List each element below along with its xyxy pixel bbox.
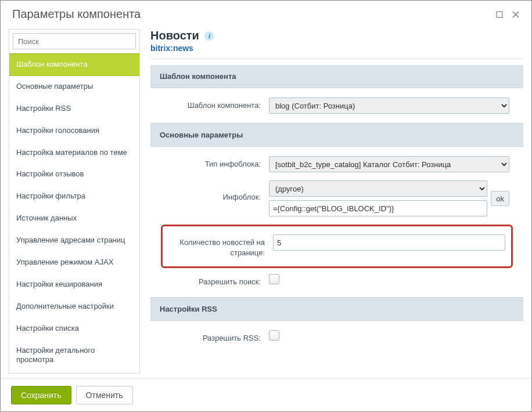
control-template: blog (Сотбит: Розница) xyxy=(269,97,509,114)
input-iblock-text[interactable] xyxy=(269,200,487,216)
sidebar-item-additional[interactable]: Дополнительные настройки xyxy=(9,296,139,318)
label-template: Шаблон компонента: xyxy=(164,97,269,111)
content-head: Новости i bitrix:news xyxy=(150,29,523,59)
dialog-body: Шаблон компонента Основные параметры Нас… xyxy=(1,29,531,378)
search-wrap xyxy=(9,30,139,53)
save-button[interactable]: Сохранить xyxy=(11,386,71,404)
sidebar-item-voting[interactable]: Настройки голосования xyxy=(9,120,139,142)
close-icon[interactable] xyxy=(512,10,520,19)
control-iblock: (другое) ok xyxy=(269,180,509,216)
maximize-icon[interactable] xyxy=(495,10,504,19)
control-allow-rss xyxy=(269,330,509,342)
component-code: bitrix:news xyxy=(150,44,523,53)
sidebar-item-template[interactable]: Шаблон компонента xyxy=(9,53,139,76)
content: Новости i bitrix:news Шаблон компонента … xyxy=(150,29,523,374)
row-allow-rss: Разрешить RSS: xyxy=(164,330,509,344)
sidebar-item-cache[interactable]: Настройки кеширования xyxy=(9,274,139,296)
section-body-rss: Разрешить RSS: xyxy=(150,321,523,353)
sidebar-item-materials[interactable]: Настройка материалов по теме xyxy=(9,142,139,164)
label-news-count: Количество новостей на странице: xyxy=(168,234,273,258)
section-header-main: Основные параметры xyxy=(150,123,523,147)
row-iblock-type: Тип инфоблока: [sotbit_b2c_type_catalog]… xyxy=(164,156,509,172)
section-header-template: Шаблон компонента xyxy=(150,65,523,88)
sidebar-item-rss[interactable]: Настройки RSS xyxy=(9,98,139,120)
select-iblock-type[interactable]: [sotbit_b2c_type_catalog] Каталог Сотбит… xyxy=(269,156,509,172)
iblock-column: (другое) xyxy=(269,180,487,216)
section-body-main: Тип инфоблока: [sotbit_b2c_type_catalog]… xyxy=(150,147,523,297)
control-iblock-type: [sotbit_b2c_type_catalog] Каталог Сотбит… xyxy=(269,156,509,172)
select-iblock[interactable]: (другое) xyxy=(269,180,487,197)
sidebar-item-filter[interactable]: Настройки фильтра xyxy=(9,186,139,208)
label-allow-rss: Разрешить RSS: xyxy=(164,330,269,344)
sidebar: Шаблон компонента Основные параметры Нас… xyxy=(9,29,140,374)
select-template[interactable]: blog (Сотбит: Розница) xyxy=(269,97,509,114)
ok-button[interactable]: ok xyxy=(491,191,509,206)
form-scroll[interactable]: Шаблон компонента Шаблон компонента: blo… xyxy=(150,59,523,374)
input-news-count[interactable] xyxy=(273,234,505,251)
sidebar-item-detail[interactable]: Настройки детального просмотра xyxy=(9,340,139,372)
svg-rect-0 xyxy=(497,12,502,17)
dialog-title: Параметры компонента xyxy=(12,8,495,21)
row-news-count: Количество новостей на странице: xyxy=(168,234,505,258)
checkbox-allow-rss[interactable] xyxy=(269,330,279,341)
component-params-dialog: Параметры компонента Шаблон компонента О… xyxy=(0,0,532,412)
row-template: Шаблон компонента: blog (Сотбит: Розница… xyxy=(164,97,509,114)
sidebar-item-list[interactable]: Настройки списка xyxy=(9,318,139,340)
sidebar-item-datasource[interactable]: Источник данных xyxy=(9,208,139,230)
component-title: Новости xyxy=(150,29,199,42)
label-iblock: Инфоблок: xyxy=(164,180,269,203)
section-body-template: Шаблон компонента: blog (Сотбит: Розница… xyxy=(150,88,523,123)
sidebar-item-ajax[interactable]: Управление режимом AJAX xyxy=(9,252,139,274)
label-iblock-type: Тип инфоблока: xyxy=(164,156,269,169)
row-iblock: Инфоблок: (другое) ok xyxy=(164,180,509,216)
label-allow-search: Разрешить поиск: xyxy=(164,274,269,287)
sidebar-list[interactable]: Шаблон компонента Основные параметры Нас… xyxy=(9,53,139,373)
row-allow-search: Разрешить поиск: xyxy=(164,274,509,287)
control-news-count xyxy=(273,234,505,251)
window-controls xyxy=(495,10,520,19)
cancel-button[interactable]: Отменить xyxy=(76,386,133,404)
sidebar-item-main[interactable]: Основные параметры xyxy=(9,76,139,98)
search-input[interactable] xyxy=(13,33,136,49)
sidebar-item-urls[interactable]: Управление адресами страниц xyxy=(9,230,139,252)
section-header-rss: Настройки RSS xyxy=(150,297,523,321)
control-allow-search xyxy=(269,274,509,286)
dialog-footer: Сохранить Отменить xyxy=(1,378,531,411)
sidebar-item-reviews[interactable]: Настройки отзывов xyxy=(9,164,139,186)
checkbox-allow-search[interactable] xyxy=(269,274,279,284)
dialog-header: Параметры компонента xyxy=(1,1,531,29)
info-icon[interactable]: i xyxy=(204,31,214,41)
highlight-box: Количество новостей на странице: xyxy=(161,225,513,268)
